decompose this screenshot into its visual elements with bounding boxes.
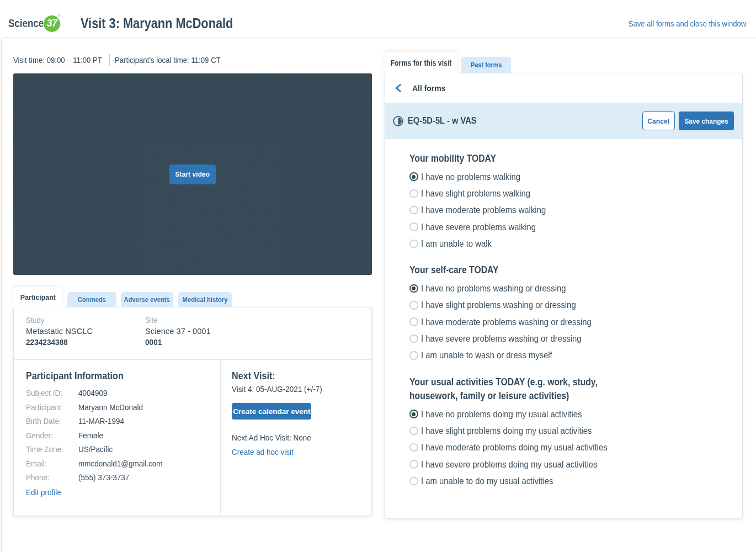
radio-option[interactable]: I have no problems walking	[409, 168, 720, 185]
field-row: Time Zone:US/Pacific	[26, 442, 220, 457]
edit-profile-label: Edit profile	[26, 486, 61, 498]
tab-medical-history[interactable]: Medical history	[178, 292, 232, 307]
radio-option-label: I have severe problems doing my usual ac…	[421, 459, 617, 470]
radio-unselected-icon[interactable]	[409, 189, 418, 198]
left-column: Visit time: 09:00 – 11:00 PT Participant…	[13, 38, 372, 66]
back-chevron-icon[interactable]	[395, 84, 402, 92]
radio-selected-icon[interactable]	[409, 284, 418, 293]
field-label: Subject ID:	[26, 388, 78, 397]
radio-option[interactable]: I have severe problems doing my usual ac…	[409, 456, 720, 473]
visit-time-label: Visit time: 09:00 – 11:00 PT	[13, 55, 102, 65]
site-name-text: Science 37 - 0001	[145, 326, 211, 337]
start-video-label: Start video	[175, 170, 210, 178]
radio-option[interactable]: I have no problems doing my usual activi…	[409, 406, 720, 422]
radio-option[interactable]: I have slight problems doing my usual ac…	[409, 422, 720, 439]
science37-logo: Science 37 ®	[8, 15, 60, 32]
field-value: Maryann McDonald	[78, 402, 150, 412]
radio-option[interactable]: I have slight problems washing or dressi…	[409, 297, 720, 314]
radio-option-label-text: I have severe problems washing or dressi…	[421, 333, 582, 344]
question-section: Your usual activities TODAY (e.g. work, …	[409, 375, 720, 489]
radio-option-label-text: I have slight problems walking	[421, 188, 530, 199]
study-label-text: Study	[26, 315, 44, 326]
form-body: Your mobility TODAYI have no problems wa…	[385, 139, 742, 489]
radio-unselected-icon[interactable]	[409, 427, 418, 436]
create-calendar-event-button[interactable]: Create calendar event	[232, 403, 311, 420]
study-name-text: Metastatic NSCLC	[26, 326, 93, 337]
radio-unselected-icon[interactable]	[409, 206, 418, 215]
site-id: 0001	[145, 337, 214, 348]
create-calendar-event-label: Create calendar event	[233, 407, 310, 416]
tab-label: Forms for this visit	[391, 59, 452, 67]
next-visit-heading: Next Visit:	[232, 369, 371, 383]
forms-tabs: Forms for this visitPast forms	[385, 52, 511, 73]
question-heading-text: Your usual activities TODAY (e.g. work, …	[409, 375, 606, 402]
participant-info-column: Participant Information Subject ID:40049…	[14, 360, 220, 516]
forms-card: All forms EQ-5D-5L - w VAS Cancel Save c…	[385, 73, 743, 518]
radio-option-label: I am unable to do my usual activities	[421, 476, 568, 486]
question-heading: Your usual activities TODAY (e.g. work, …	[409, 375, 641, 402]
field-value-text: Maryann McDonald	[78, 402, 143, 412]
tab-past-forms[interactable]: Past forms	[461, 57, 511, 73]
save-all-forms-label: Save all forms and close this window	[629, 19, 746, 28]
radio-option[interactable]: I have no problems washing or dressing	[409, 280, 720, 296]
radio-unselected-icon[interactable]	[409, 443, 418, 452]
save-changes-button[interactable]: Save changes	[679, 112, 734, 130]
radio-option[interactable]: I am unable to wash or dress myself	[409, 347, 720, 364]
tab-label: Past forms	[471, 61, 502, 69]
radio-option-label-text: I have no problems walking	[421, 172, 520, 182]
radio-selected-icon[interactable]	[409, 172, 418, 181]
next-visit-detail: Visit 4: 05-AUG-2021 (+/-7)	[232, 383, 371, 395]
all-forms-label[interactable]: All forms	[412, 83, 449, 93]
radio-unselected-icon[interactable]	[409, 477, 418, 486]
tab-adverse-events[interactable]: Adverse events	[121, 292, 173, 307]
edit-profile-link[interactable]: Edit profile	[26, 487, 65, 497]
radio-option[interactable]: I have moderate problems walking	[409, 202, 720, 219]
radio-unselected-icon[interactable]	[409, 301, 418, 310]
radio-unselected-icon[interactable]	[409, 460, 418, 469]
radio-option[interactable]: I have severe problems walking	[409, 219, 720, 235]
tab-forms-for-this-visit[interactable]: Forms for this visit	[385, 52, 457, 73]
save-all-forms-link[interactable]: Save all forms and close this window	[611, 19, 746, 28]
radio-option[interactable]: I have moderate problems doing my usual …	[409, 439, 720, 456]
radio-option-label: I have slight problems washing or dressi…	[421, 300, 593, 310]
study-id: 2234234388	[26, 337, 145, 348]
field-row: Subject ID:4004909	[26, 386, 220, 400]
question-heading-text: Your mobility TODAY	[409, 151, 496, 165]
question-heading: Your self-care TODAY	[409, 263, 641, 277]
radio-option-label: I am unable to wash or dress myself	[421, 350, 567, 360]
tab-label: Conmeds	[78, 296, 106, 304]
question-section: Your mobility TODAYI have no problems wa…	[409, 151, 720, 252]
field-value: US/Pacific	[78, 444, 116, 454]
field-value: Female	[78, 431, 106, 440]
participant-info-heading-text: Participant Information	[26, 369, 124, 383]
radio-unselected-icon[interactable]	[409, 240, 418, 248]
site-label: Site	[145, 315, 214, 326]
radio-option-label: I have no problems doing my usual activi…	[421, 409, 600, 420]
cancel-button[interactable]: Cancel	[642, 112, 675, 130]
tab-participant[interactable]: Participant	[13, 287, 63, 307]
field-value-text: (555) 373-3737	[78, 473, 129, 482]
radio-option[interactable]: I am unable to walk	[409, 235, 720, 252]
half-circle-icon	[393, 116, 403, 126]
next-adhoc-text-label: Next Ad Hoc Visit: None	[232, 432, 311, 444]
field-row: Email:mmcdonald1@gmail.com	[26, 457, 220, 471]
radio-option-label-text: I have no problems doing my usual activi…	[421, 409, 582, 420]
radio-option[interactable]: I am unable to do my usual activities	[409, 473, 720, 489]
radio-option[interactable]: I have severe problems washing or dressi…	[409, 330, 720, 347]
radio-unselected-icon[interactable]	[409, 335, 418, 343]
next-visit-heading-text: Next Visit:	[232, 369, 275, 383]
radio-option-label-text: I am unable to wash or dress myself	[421, 350, 552, 360]
radio-option[interactable]: I have slight problems walking	[409, 185, 720, 201]
field-value-text: 11-MAR-1994	[78, 416, 124, 426]
logo-text-label: Science	[8, 17, 44, 30]
radio-option-label: I have moderate problems walking	[421, 205, 560, 215]
radio-unselected-icon[interactable]	[409, 317, 418, 326]
radio-selected-icon[interactable]	[409, 410, 418, 418]
start-video-button[interactable]: Start video	[169, 164, 216, 184]
site-label-text: Site	[145, 315, 158, 326]
tab-conmeds[interactable]: Conmeds	[67, 292, 116, 307]
radio-unselected-icon[interactable]	[409, 351, 418, 360]
radio-unselected-icon[interactable]	[409, 222, 418, 231]
radio-option[interactable]: I have moderate problems washing or dres…	[409, 314, 720, 330]
create-adhoc-visit-link[interactable]: Create ad hoc visit	[232, 447, 300, 457]
